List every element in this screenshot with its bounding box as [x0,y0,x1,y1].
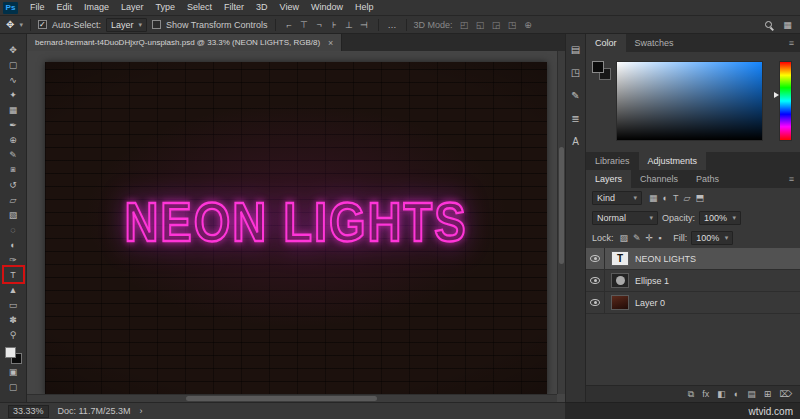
tool-rectangular-marquee[interactable]: ▢ [4,57,23,72]
layer-mask-icon[interactable]: ◧ [717,389,726,399]
link-layers-icon[interactable]: ⧉ [688,389,694,400]
align-left-edges-icon[interactable]: ⌐ [283,20,296,30]
canvas-image[interactable]: NEON LIGHTS [45,62,547,395]
tool-pen[interactable]: ✑ [4,252,23,267]
panel-fg-bg-swatches[interactable] [592,61,611,80]
align-bottom-edges-icon[interactable]: ⊣ [358,20,371,30]
fill-dropdown[interactable]: 100% ▾ [691,231,733,245]
layer-visibility-toggle[interactable] [586,248,605,269]
tool-eraser[interactable]: ▱ [4,192,23,207]
layer-thumbnail[interactable] [611,273,629,288]
menu-item-filter[interactable]: Filter [218,0,250,15]
tab-adjustments[interactable]: Adjustments [639,152,707,170]
menu-item-file[interactable]: File [24,0,51,15]
tool-screen-mode[interactable]: ▢ [4,379,23,394]
layer-thumbnail[interactable]: T [611,251,629,266]
menu-item-image[interactable]: Image [78,0,115,15]
lock-image-icon[interactable]: ✎ [633,233,641,243]
layer-visibility-toggle[interactable] [586,270,605,291]
lock-all-icon[interactable]: ▪ [658,233,661,243]
status-chevron-icon[interactable]: › [139,406,142,416]
layer-filter-kind-dropdown[interactable]: Kind ▾ [592,191,642,205]
menu-item-layer[interactable]: Layer [115,0,150,15]
tool-eyedropper[interactable]: ✒ [4,117,23,132]
layer-row-ellipse-1[interactable]: Ellipse 1 [586,270,800,292]
panel-foreground-swatch[interactable] [592,61,604,73]
delete-layer-icon[interactable]: ⌦ [779,389,792,399]
menu-item-window[interactable]: Window [305,0,349,15]
new-group-icon[interactable]: ▤ [747,389,756,399]
tool-rectangle[interactable]: ▭ [4,297,23,312]
layer-row-layer-0[interactable]: Layer 0 [586,292,800,314]
tab-paths[interactable]: Paths [687,170,728,188]
menu-item-3d[interactable]: 3D [250,0,274,15]
tool-preset-caret-icon[interactable]: ▾ [19,21,23,29]
workspace-switcher-icon[interactable]: ▦ [781,20,794,30]
filter-adjustment-layers-icon[interactable]: ◐ [663,193,668,203]
menu-item-view[interactable]: View [274,0,305,15]
opacity-dropdown[interactable]: 100% ▾ [699,211,741,225]
layers-panel-menu-icon[interactable]: ≡ [783,170,800,188]
3d-rotate-icon[interactable]: ◰ [458,20,471,30]
new-layer-icon[interactable]: ⊞ [764,389,772,399]
document-tab[interactable]: bernard-hermant-t4DuoDHjxrQ-unsplash.psd… [27,34,342,51]
panel-menu-icon[interactable]: ≡ [783,34,800,52]
tool-quick-selection[interactable]: ✦ [4,87,23,102]
brush-settings-panel-icon[interactable]: ✎ [571,90,579,101]
tool-move[interactable]: ✥ [4,42,23,57]
filter-smart-objects-icon[interactable]: ⬒ [695,193,704,203]
layer-row-neon-lights[interactable]: TNEON LIGHTS [586,248,800,270]
tool-zoom[interactable]: ⚲ [4,327,23,342]
tool-brush[interactable]: ✎ [4,147,23,162]
canvas-pasteboard[interactable]: NEON LIGHTS [27,51,565,402]
layer-visibility-toggle[interactable] [586,292,605,313]
tab-swatches[interactable]: Swatches [626,34,683,52]
show-transform-controls-checkbox[interactable] [152,20,161,29]
tool-hand[interactable]: ✽ [4,312,23,327]
menu-item-edit[interactable]: Edit [51,0,79,15]
3d-roll-icon[interactable]: ◱ [474,20,487,30]
lock-position-icon[interactable]: ✛ [646,233,654,243]
horizontal-scrollbar-thumb[interactable] [186,396,377,401]
adjustment-layer-icon[interactable]: ◐ [734,389,739,399]
tool-clone-stamp[interactable]: ⧆ [4,162,23,177]
tool-spot-healing-brush[interactable]: ⊕ [4,132,23,147]
menu-item-help[interactable]: Help [349,0,380,15]
align-top-edges-icon[interactable]: ⊦ [328,20,341,30]
foreground-background-color-swatches[interactable] [5,347,22,364]
filter-shape-layers-icon[interactable]: ▱ [683,193,690,203]
menu-item-select[interactable]: Select [181,0,218,15]
properties-panel-icon[interactable]: ◳ [571,67,580,78]
auto-select-checkbox[interactable]: ✓ [38,20,47,29]
tool-blur[interactable]: ◌ [4,222,23,237]
layer-thumbnail[interactable] [611,295,629,310]
close-tab-icon[interactable]: × [328,38,333,48]
align-horizontal-centers-icon[interactable]: ⊤ [298,20,311,30]
hue-slider[interactable] [779,61,792,141]
foreground-color-swatch[interactable] [5,347,16,358]
tool-quick-mask-mode[interactable]: ▣ [4,364,23,379]
align-vertical-centers-icon[interactable]: ⊥ [343,20,356,30]
hue-slider-handle[interactable] [774,92,779,98]
3d-scale-icon[interactable]: ⊕ [522,20,535,30]
align-right-edges-icon[interactable]: ¬ [313,20,326,30]
tool-history-brush[interactable]: ↺ [4,177,23,192]
tool-path-selection[interactable]: ▲ [4,282,23,297]
tool-lasso[interactable]: ∿ [4,72,23,87]
vertical-scrollbar-thumb[interactable] [559,147,564,264]
paragraph-panel-icon[interactable]: ≣ [571,113,579,124]
lock-transparency-icon[interactable]: ▨ [620,233,629,243]
filter-pixel-layers-icon[interactable]: ▦ [649,193,658,203]
tab-libraries[interactable]: Libraries [586,152,639,170]
tab-channels[interactable]: Channels [631,170,687,188]
tab-color[interactable]: Color [586,34,626,52]
3d-slide-icon[interactable]: ◳ [506,20,519,30]
filter-type-layers-icon[interactable]: T [673,193,679,203]
blend-mode-dropdown[interactable]: Normal ▾ [592,211,658,225]
3d-drag-icon[interactable]: ◲ [490,20,503,30]
tool-dodge[interactable]: ◐ [4,237,23,252]
more-options-icon[interactable]: … [386,20,399,30]
layer-effects-icon[interactable]: fx [702,389,709,399]
color-saturation-field[interactable] [616,61,763,141]
search-icon[interactable] [765,21,772,28]
